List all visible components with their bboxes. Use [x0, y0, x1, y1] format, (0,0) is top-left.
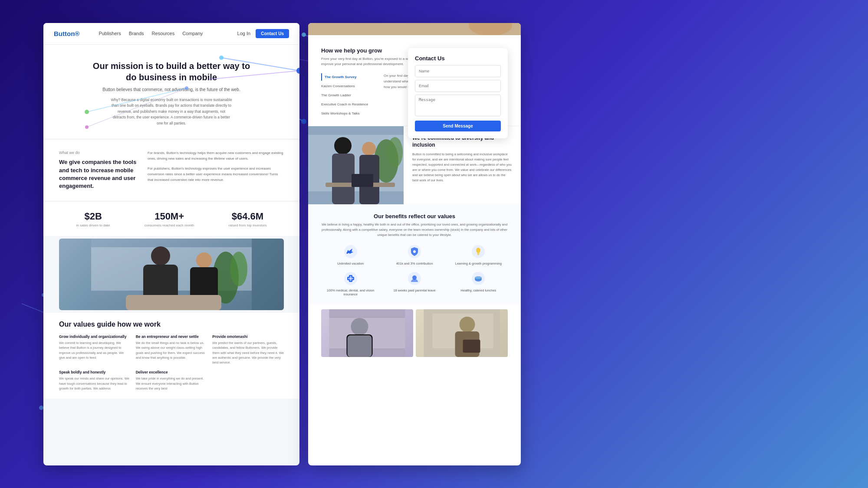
value-ent-title: Be an entrepreneur and never settle	[136, 334, 207, 339]
nav-links: Publishers Brands Resources Company	[99, 31, 227, 36]
benefit-medical-label: 100% medical, dental, and vision insuran…	[321, 288, 380, 296]
stat-raised: $64.6M raised from top investors	[229, 211, 267, 227]
medical-icon	[343, 271, 358, 286]
svg-rect-71	[463, 340, 480, 353]
benefit-401k: 401k and 3% contribution	[385, 244, 444, 265]
svg-rect-39	[332, 154, 355, 204]
contact-message-input[interactable]	[415, 95, 501, 116]
stat-sales-label: in sales driven to date	[76, 223, 110, 227]
what-we-do-section: What we do We give companies the tools a…	[43, 140, 299, 200]
benefits-title: Our benefits reflect our values	[321, 213, 508, 219]
benefit-parental: 18 weeks paid parental leave	[385, 271, 444, 296]
food-icon	[470, 271, 486, 286]
values-title: Our values guide how we work	[59, 321, 284, 328]
diversity-image	[308, 126, 404, 204]
svg-point-37	[387, 137, 403, 167]
stat-sales-number: $2B	[76, 211, 110, 222]
svg-rect-31	[126, 295, 221, 310]
stat-consumers-number: 150M+	[145, 211, 194, 222]
nav-right: Log In Contact Us	[237, 29, 289, 38]
benefit-401k-label: 401k and 3% contribution	[385, 262, 444, 265]
team-photo	[59, 239, 284, 310]
contact-popup-title: Contact Us	[415, 55, 501, 62]
svg-rect-55	[348, 278, 353, 279]
svg-rect-49	[477, 253, 480, 254]
lightbulb-icon	[470, 244, 486, 259]
svg-point-61	[475, 276, 482, 279]
value-item-entrepreneur: Be an entrepreneur and never settle We d…	[136, 334, 207, 365]
growth-tab-nav: The Growth Survey Kaizen Conversations T…	[321, 73, 378, 117]
wwd-left: What we do We give companies the tools a…	[59, 151, 137, 190]
value-item-omotenashi: Provide omotenashi We predict the wants …	[212, 334, 284, 365]
benefit-vacation: Unlimited vacation	[321, 244, 380, 265]
svg-rect-66	[348, 335, 372, 357]
benefit-medical: 100% medical, dental, and vision insuran…	[321, 271, 380, 296]
gtab-skills[interactable]: Skills Workshops & Talks	[321, 110, 378, 117]
stats-section: $2B in sales driven to date 150M+ consum…	[43, 202, 299, 236]
left-panel: Button® Publishers Brands Resources Comp…	[43, 23, 299, 465]
svg-rect-43	[352, 174, 373, 187]
nav-resources[interactable]: Resources	[152, 31, 175, 36]
stat-sales: $2B in sales driven to date	[76, 211, 110, 227]
value-item-speak: Speak boldly and honestly We speak our m…	[59, 370, 131, 391]
value-grow-text: We commit to learning and developing. We…	[59, 341, 131, 360]
value-omo-text: We predict the wants of our partners, gu…	[212, 341, 284, 365]
shield-icon	[407, 244, 422, 259]
hero-section: Our mission is to build a better way tod…	[43, 45, 299, 139]
stat-raised-number: $64.6M	[229, 211, 267, 222]
gtab-coach[interactable]: Executive Coach in Residence	[321, 101, 378, 108]
login-link[interactable]: Log In	[237, 31, 251, 36]
wwd-right: For brands, Button's technology helps th…	[148, 151, 284, 190]
right-panel: Contact Us Send Message How we help you …	[308, 23, 521, 465]
benefit-lunch-label: Healthy, catered lunches	[449, 288, 508, 292]
gtab-survey[interactable]: The Growth Survey	[321, 73, 378, 81]
bottom-photos	[308, 305, 521, 361]
nav-brands[interactable]: Brands	[129, 31, 144, 36]
svg-point-46	[413, 250, 416, 253]
contact-us-button[interactable]: Contact Us	[256, 29, 289, 38]
benefit-learning: Learning & growth programming	[449, 244, 508, 265]
svg-point-29	[196, 252, 212, 268]
wwd-para2: For publishers, Button's technology impr…	[148, 166, 284, 183]
value-item-grow: Grow individually and organizationally W…	[59, 334, 131, 365]
hero-title: Our mission is to build a better way tod…	[69, 60, 273, 83]
contact-submit-button[interactable]: Send Message	[415, 121, 501, 131]
benefit-lunch: Healthy, catered lunches	[449, 271, 508, 296]
benefits-subtitle: We believe in living a happy, healthy li…	[321, 222, 508, 238]
svg-point-69	[460, 317, 475, 332]
svg-rect-50	[477, 254, 479, 255]
svg-point-64	[351, 318, 368, 335]
stat-consumers: 150M+ consumers reached each month	[145, 211, 194, 227]
svg-point-26	[230, 252, 247, 286]
gtab-ladder[interactable]: The Growth Ladder	[321, 92, 378, 99]
stat-consumers-label: consumers reached each month	[145, 223, 194, 227]
values-section: Our values guide how we work Grow indivi…	[43, 313, 299, 399]
value-speak-title: Speak boldly and honestly	[59, 370, 131, 374]
wwd-title: We give companies the tools and tech to …	[59, 158, 137, 190]
value-grow-title: Grow individually and organizationally	[59, 334, 131, 339]
value-omo-title: Provide omotenashi	[212, 334, 284, 339]
wwd-label: What we do	[59, 151, 137, 155]
wwd-para1: For brands, Button's technology helps th…	[148, 151, 284, 162]
svg-point-27	[151, 246, 170, 265]
value-del-text: We take pride in everything we do and pr…	[136, 376, 207, 391]
benefit-vacation-label: Unlimited vacation	[321, 262, 380, 265]
contact-name-input[interactable]	[415, 65, 501, 77]
svg-point-12	[39, 406, 43, 410]
nav-publishers[interactable]: Publishers	[99, 31, 121, 36]
contact-us-popup: Contact Us Send Message	[408, 48, 508, 138]
benefits-grid: Unlimited vacation 401k and 3% contribut…	[321, 244, 508, 296]
value-item-deliver: Deliver excellence We take pride in ever…	[136, 370, 207, 391]
svg-point-40	[362, 142, 376, 156]
logo[interactable]: Button®	[54, 30, 79, 37]
contact-email-input[interactable]	[415, 80, 501, 92]
stat-raised-label: raised from top investors	[229, 223, 267, 227]
bottom-photo-2	[416, 309, 508, 357]
value-ent-text: We do the small things and no task is be…	[136, 341, 207, 360]
baby-icon	[407, 271, 422, 286]
navbar: Button® Publishers Brands Resources Comp…	[43, 23, 299, 45]
values-grid: Grow individually and organizationally W…	[59, 334, 284, 391]
nav-company[interactable]: Company	[182, 31, 203, 36]
gtab-kaizen[interactable]: Kaizen Conversations	[321, 82, 378, 90]
plane-icon	[343, 244, 358, 259]
